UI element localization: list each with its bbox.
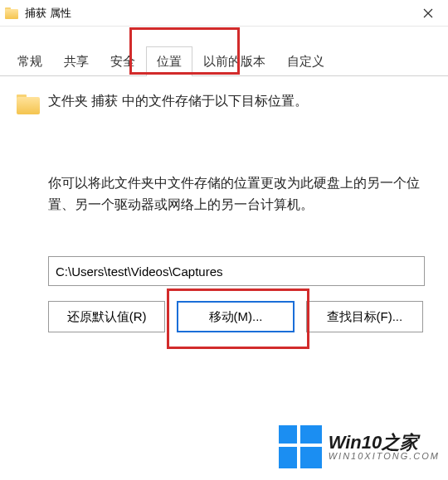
tab-customize[interactable]: 自定义	[276, 46, 335, 76]
move-button[interactable]: 移动(M)...	[177, 301, 294, 332]
tab-location[interactable]: 位置	[146, 46, 192, 76]
description-line-1: 文件夹 捕获 中的文件存储于以下目标位置。	[48, 93, 308, 110]
description-row: 文件夹 捕获 中的文件存储于以下目标位置。	[17, 93, 423, 114]
windows-logo-icon	[279, 425, 322, 468]
close-button[interactable]	[411, 2, 445, 25]
titlebar: 捕获 属性	[0, 0, 448, 27]
watermark-brand: Win10之家	[329, 433, 440, 452]
description-line-2: 你可以将此文件夹中文件存储的位置更改为此硬盘上的另一个位置、另一个驱动器或网络上…	[48, 172, 423, 215]
find-target-button[interactable]: 查找目标(F)...	[306, 301, 423, 332]
tab-general[interactable]: 常规	[7, 46, 53, 76]
watermark: Win10之家 WIN10XITONG.COM	[279, 425, 440, 468]
close-icon	[423, 8, 433, 18]
restore-defaults-button[interactable]: 还原默认值(R)	[48, 301, 165, 332]
content-area: 文件夹 捕获 中的文件存储于以下目标位置。 你可以将此文件夹中文件存储的位置更改…	[0, 76, 448, 332]
tab-security[interactable]: 安全	[100, 46, 146, 76]
path-value: C:\Users\test\Videos\Captures	[56, 264, 222, 279]
tab-share[interactable]: 共享	[53, 46, 100, 76]
tab-previous-versions[interactable]: 以前的版本	[192, 46, 276, 76]
path-input[interactable]: C:\Users\test\Videos\Captures	[48, 256, 425, 286]
tab-bar: 常规 共享 安全 位置 以前的版本 自定义	[0, 27, 448, 76]
watermark-sub: WIN10XITONG.COM	[329, 452, 440, 462]
folder-icon	[5, 7, 18, 19]
folder-icon	[17, 95, 40, 114]
window-title: 捕获 属性	[25, 6, 411, 21]
button-row: 还原默认值(R) 移动(M)... 查找目标(F)...	[48, 301, 423, 332]
